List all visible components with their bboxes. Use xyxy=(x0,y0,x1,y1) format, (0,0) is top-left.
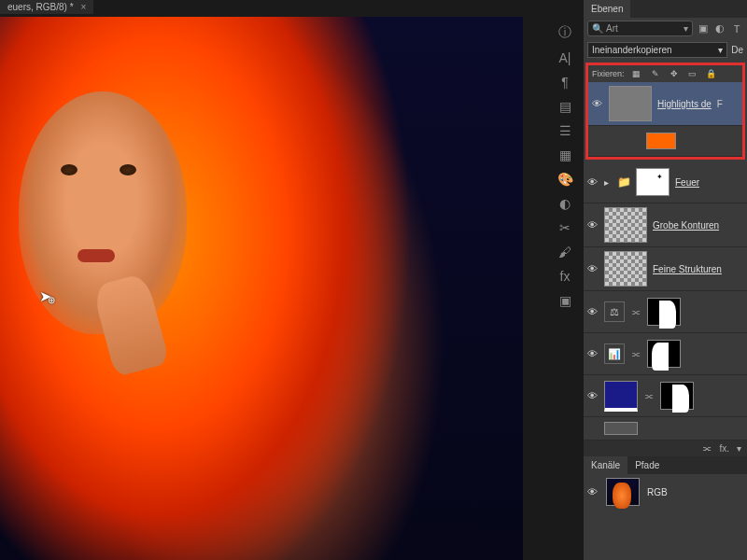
eye-left xyxy=(61,164,78,175)
layers-list: 👁 Highlights de F xyxy=(588,82,742,157)
blend-mode-dropdown[interactable]: Ineinanderkopieren xyxy=(587,42,727,58)
balance-icon: ⚖ xyxy=(604,301,625,322)
lock-artboard-icon[interactable]: ▭ xyxy=(686,67,699,80)
visibility-icon[interactable]: 👁 xyxy=(585,486,599,497)
fx-badge: F xyxy=(717,99,723,109)
layer-feine[interactable]: 👁 Feine Strukturen xyxy=(584,247,747,291)
mask-thumbnail[interactable] xyxy=(660,382,694,410)
search-icon: 🔍 xyxy=(592,23,603,34)
layer-partial[interactable] xyxy=(584,417,747,441)
layer-name[interactable]: Feine Strukturen xyxy=(653,264,722,274)
blend-row: Ineinanderkopieren De xyxy=(584,39,747,61)
lips xyxy=(78,249,115,262)
visibility-icon[interactable]: 👁 xyxy=(585,390,599,401)
lock-pixels-icon[interactable]: ▦ xyxy=(630,67,643,80)
layer-name[interactable]: Feuer xyxy=(675,177,699,188)
knife-icon[interactable]: ✂ xyxy=(559,220,571,235)
adjustments-icon[interactable]: ◐ xyxy=(559,196,571,211)
channels-panel-tabs: Kanäle Pfade xyxy=(584,456,747,474)
swatches-icon[interactable]: ▦ xyxy=(559,147,571,162)
move-cursor-icon: ➤ xyxy=(39,287,51,305)
visibility-icon[interactable]: 👁 xyxy=(585,263,599,274)
chevron-down-icon[interactable]: ▾ xyxy=(737,443,741,454)
visibility-icon[interactable]: 👁 xyxy=(585,219,599,231)
layer-highlights[interactable]: 👁 Highlights de F xyxy=(588,82,742,126)
panel-tabs: Ebenen xyxy=(584,0,747,18)
right-panels: Ebenen 🔍 Art ▾ ▣ ◐ T Ineinanderkopieren … xyxy=(584,0,747,560)
styles-icon[interactable]: fx xyxy=(560,269,571,284)
color-icon[interactable]: 🎨 xyxy=(557,172,573,187)
link-icon[interactable]: ⫘ xyxy=(643,391,655,401)
visibility-icon[interactable]: 👁 xyxy=(585,348,599,359)
layer-filter-bar: 🔍 Art ▾ ▣ ◐ T xyxy=(584,18,747,39)
lock-position-icon[interactable]: ✥ xyxy=(668,67,681,80)
layer-thumbnail[interactable] xyxy=(609,86,652,121)
tab-channels[interactable]: Kanäle xyxy=(584,456,627,474)
tab-layers[interactable]: Ebenen xyxy=(584,0,630,18)
chevron-down-icon: ▾ xyxy=(684,23,688,34)
channel-rgb[interactable]: 👁 RGB xyxy=(584,474,747,510)
layer-thumbnail[interactable] xyxy=(604,207,647,243)
visibility-icon[interactable]: 👁 xyxy=(585,176,599,188)
mask-thumbnail[interactable]: ✦ xyxy=(636,168,669,196)
para-icon[interactable]: ¶ xyxy=(561,75,569,90)
tab-title: euers, RGB/8) * xyxy=(7,2,74,12)
filter-image-icon[interactable]: ▣ xyxy=(697,22,710,35)
folder-icon: 📁 xyxy=(617,175,630,189)
channel-name: RGB xyxy=(647,487,668,497)
channel-thumbnail[interactable] xyxy=(606,478,640,506)
layer-adj-balance[interactable]: 👁 ⚖ ⫘ xyxy=(584,291,747,333)
layers-list-rest: 👁 ▸ 📁 ✦ Feuer 👁 Grobe Konturen 👁 Feine S… xyxy=(584,161,747,441)
eye-right xyxy=(120,164,136,175)
filter-type-dropdown[interactable]: 🔍 Art ▾ xyxy=(587,21,693,36)
link-layers-icon[interactable]: ⫘ xyxy=(702,443,712,454)
layers-stack-icon[interactable]: ▤ xyxy=(559,99,571,114)
layer-thumbnail[interactable] xyxy=(604,381,638,412)
close-icon[interactable]: × xyxy=(81,2,87,12)
char-icon[interactable]: A| xyxy=(559,50,571,65)
link-icon[interactable]: ⫘ xyxy=(630,349,641,359)
collapsed-panel-dock: ⓘ A| ¶ ▤ ☰ ▦ 🎨 ◐ ✂ 🖌 fx ▣ xyxy=(553,17,577,308)
bars-icon[interactable]: ☰ xyxy=(559,123,571,138)
filter-text-icon[interactable]: T xyxy=(730,22,743,35)
brush-icon[interactable]: 🖌 xyxy=(558,245,571,259)
layer-name[interactable]: Grobe Konturen xyxy=(653,220,719,231)
document-tab[interactable]: euers, RGB/8) * × xyxy=(0,0,93,14)
layer-thumbnail[interactable] xyxy=(604,422,638,435)
tutorial-highlight: Fixieren: ▦ ✎ ✥ ▭ 🔒 👁 Highlights de F xyxy=(585,63,745,160)
tab-paths[interactable]: Pfade xyxy=(627,456,667,474)
layer-group-feuer[interactable]: 👁 ▸ 📁 ✦ Feuer xyxy=(584,161,747,203)
layer-grobe[interactable]: 👁 Grobe Konturen xyxy=(584,203,747,247)
canvas-area[interactable]: ➤ xyxy=(0,17,523,560)
layer-orange-clip[interactable] xyxy=(588,126,742,157)
lock-paint-icon[interactable]: ✎ xyxy=(649,67,662,80)
opacity-label: De xyxy=(731,45,743,55)
layer-adj-levels[interactable]: 👁 📊 ⫘ xyxy=(584,333,747,375)
levels-icon: 📊 xyxy=(604,343,625,364)
layer-panel-footer: ⫘ fx. ▾ xyxy=(584,441,747,456)
layer-thumbnail[interactable] xyxy=(646,133,676,149)
link-icon[interactable]: ⫘ xyxy=(630,307,641,317)
mask-thumbnail[interactable] xyxy=(647,340,681,368)
visibility-icon[interactable]: 👁 xyxy=(585,306,599,317)
lock-label: Fixieren: xyxy=(592,69,625,78)
history-icon[interactable]: ▣ xyxy=(559,293,571,308)
layer-thumbnail[interactable] xyxy=(604,251,647,287)
layer-solid-navy[interactable]: 👁 ⫘ xyxy=(584,375,747,417)
expand-arrow-icon[interactable]: ▸ xyxy=(604,177,612,188)
filter-adjust-icon[interactable]: ◐ xyxy=(713,22,726,35)
mask-thumbnail[interactable] xyxy=(647,298,681,326)
info-icon[interactable]: ⓘ xyxy=(558,24,571,41)
visibility-icon[interactable]: 👁 xyxy=(590,98,603,109)
layer-name[interactable]: Highlights de xyxy=(657,99,712,109)
fx-menu-icon[interactable]: fx. xyxy=(719,443,729,454)
lock-all-icon[interactable]: 🔒 xyxy=(705,67,718,80)
lock-row: Fixieren: ▦ ✎ ✥ ▭ 🔒 xyxy=(588,65,742,82)
